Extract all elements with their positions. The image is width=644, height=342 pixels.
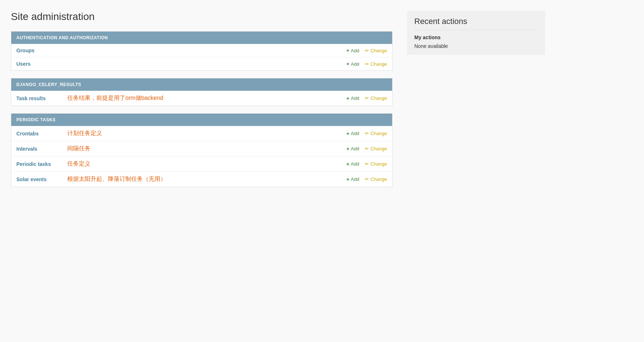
module-auth: AUTHENTICATION AND AUTHORIZATIONGroups+A…	[11, 31, 393, 71]
table-row: Users+Add✏Change	[11, 57, 392, 70]
module-celery: DJANGO_CELERY_RESULTSTask results任务结果，前提…	[11, 78, 393, 106]
row-name: Crontabs	[16, 131, 64, 137]
row-name: Periodic tasks	[16, 161, 64, 167]
module-header-periodic: PERIODIC TASKS	[11, 114, 392, 126]
table-row: Intervals间隔任务+Add✏Change	[11, 141, 392, 156]
add-link[interactable]: +Add	[346, 131, 359, 137]
plus-icon: +	[346, 48, 349, 53]
row-actions: +Add✏Change	[346, 146, 387, 152]
table-row: Solar events根据太阳升起、降落订制任务（无用）+Add✏Change	[11, 172, 392, 187]
change-link[interactable]: ✏Change	[365, 131, 387, 136]
page-wrapper: Site administration AUTHENTICATION AND A…	[0, 0, 644, 205]
modules-container: AUTHENTICATION AND AUTHORIZATIONGroups+A…	[11, 31, 393, 187]
module-header-celery: DJANGO_CELERY_RESULTS	[11, 78, 392, 91]
change-label: Change	[370, 131, 387, 136]
row-name: Users	[16, 61, 64, 67]
plus-icon: +	[346, 146, 349, 152]
plus-icon: +	[346, 131, 349, 137]
add-link[interactable]: +Add	[346, 95, 359, 101]
change-link[interactable]: ✏Change	[365, 95, 387, 101]
recent-actions-title: Recent actions	[414, 17, 538, 30]
row-name: Task results	[16, 95, 64, 101]
add-link[interactable]: +Add	[346, 161, 359, 167]
row-name: Groups	[16, 48, 64, 53]
change-link[interactable]: ✏Change	[365, 146, 387, 151]
pencil-icon: ✏	[365, 131, 369, 136]
pencil-icon: ✏	[365, 61, 369, 67]
add-label: Add	[351, 146, 359, 151]
add-link[interactable]: +Add	[346, 146, 359, 152]
plus-icon: +	[346, 161, 349, 167]
my-actions-subtitle: My actions	[414, 34, 538, 40]
change-label: Change	[370, 176, 387, 182]
add-label: Add	[351, 48, 359, 53]
main-content: Site administration AUTHENTICATION AND A…	[11, 11, 393, 194]
change-label: Change	[370, 48, 387, 53]
row-actions: +Add✏Change	[346, 95, 387, 101]
none-available-text: None available	[414, 43, 538, 49]
page-title: Site administration	[11, 11, 393, 23]
row-name: Intervals	[16, 146, 64, 152]
pencil-icon: ✏	[365, 48, 369, 53]
row-actions: +Add✏Change	[346, 61, 387, 67]
table-row: Crontabs计划任务定义+Add✏Change	[11, 126, 392, 141]
row-actions: +Add✏Change	[346, 176, 387, 182]
add-link[interactable]: +Add	[346, 48, 359, 53]
row-annotation: 根据太阳升起、降落订制任务（无用）	[64, 175, 346, 183]
row-actions: +Add✏Change	[346, 131, 387, 137]
table-row: Groups+Add✏Change	[11, 44, 392, 57]
add-label: Add	[351, 95, 359, 101]
change-link[interactable]: ✏Change	[365, 48, 387, 53]
change-link[interactable]: ✏Change	[365, 61, 387, 67]
row-annotation: 计划任务定义	[64, 130, 346, 137]
row-name: Solar events	[16, 176, 64, 182]
add-label: Add	[351, 176, 359, 182]
row-annotation: 任务定义	[64, 160, 346, 168]
row-annotation: 间隔任务	[64, 145, 346, 152]
table-row: Task results任务结果，前提是用了orm做backend+Add✏Ch…	[11, 91, 392, 106]
add-link[interactable]: +Add	[346, 61, 359, 67]
change-link[interactable]: ✏Change	[365, 176, 387, 182]
sidebar-section: Recent actions My actions None available	[407, 11, 545, 55]
pencil-icon: ✏	[365, 161, 369, 167]
add-label: Add	[351, 61, 359, 67]
change-link[interactable]: ✏Change	[365, 161, 387, 167]
add-link[interactable]: +Add	[346, 176, 359, 182]
change-label: Change	[370, 161, 387, 167]
plus-icon: +	[346, 61, 349, 67]
change-label: Change	[370, 95, 387, 101]
pencil-icon: ✏	[365, 95, 369, 101]
module-header-auth: AUTHENTICATION AND AUTHORIZATION	[11, 32, 392, 44]
change-label: Change	[370, 61, 387, 67]
sidebar: Recent actions My actions None available	[407, 11, 545, 194]
add-label: Add	[351, 131, 359, 136]
row-actions: +Add✏Change	[346, 48, 387, 53]
module-periodic: PERIODIC TASKSCrontabs计划任务定义+Add✏ChangeI…	[11, 113, 393, 187]
table-row: Periodic tasks任务定义+Add✏Change	[11, 156, 392, 172]
pencil-icon: ✏	[365, 176, 369, 182]
pencil-icon: ✏	[365, 146, 369, 151]
change-label: Change	[370, 146, 387, 151]
plus-icon: +	[346, 176, 349, 182]
row-annotation: 任务结果，前提是用了orm做backend	[64, 94, 346, 102]
add-label: Add	[351, 161, 359, 167]
row-actions: +Add✏Change	[346, 161, 387, 167]
plus-icon: +	[346, 95, 349, 101]
